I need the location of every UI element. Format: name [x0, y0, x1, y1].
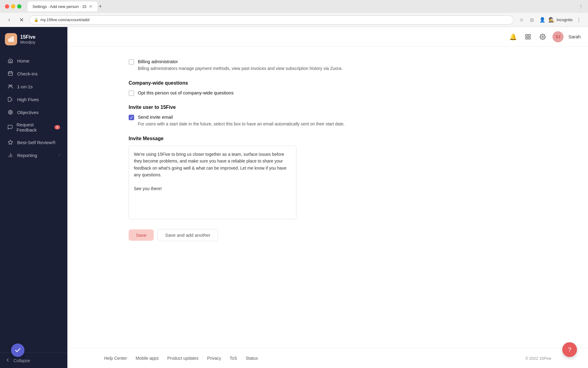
- sidebar-item-checkins[interactable]: Check-ins: [2, 67, 65, 80]
- footer-tos[interactable]: ToS: [230, 356, 237, 361]
- collapse-label: Collapse: [13, 358, 30, 363]
- objectives-icon: [7, 109, 13, 115]
- save-and-add-another-button[interactable]: Save and add another: [157, 229, 218, 241]
- sidebar-item-highfives[interactable]: High Fives: [2, 93, 65, 105]
- footer-status[interactable]: Status: [246, 356, 258, 361]
- title-bar: Settings · Add new person · 15 ✕ + ⋮: [0, 0, 588, 13]
- invite-message-section: Invite Message We're using 15Five to bri…: [129, 136, 551, 220]
- send-invite-row: ✓ Send invite email For users with a sta…: [129, 114, 551, 127]
- opt-out-label: Opt this person out of company-wide ques…: [138, 90, 234, 95]
- incognito-button[interactable]: 🕵 Incognito: [548, 17, 573, 23]
- billing-admin-desc: Billing administrators manage payment me…: [138, 65, 342, 72]
- user-initials: SJ: [556, 34, 560, 39]
- user-name: Sarah: [568, 34, 581, 39]
- svg-rect-3: [8, 72, 13, 75]
- active-tab[interactable]: Settings · Add new person · 15 ✕: [28, 2, 97, 11]
- traffic-lights: [5, 4, 21, 9]
- sidebar-item-bestself-label: Best-Self Review®: [17, 140, 55, 145]
- billing-checkbox-row: Billing administrator Billing administra…: [129, 59, 551, 72]
- svg-marker-12: [8, 140, 13, 144]
- back-button[interactable]: ‹: [5, 16, 13, 24]
- invite-message-title: Invite Message: [129, 136, 551, 141]
- company-questions-title: Company-wide questions: [129, 80, 551, 86]
- invite-section: Invite user to 15Five ✓ Send invite emai…: [129, 105, 551, 127]
- page-footer: Help Center Mobile apps Product updates …: [67, 348, 588, 368]
- incognito-icon: 🕵: [548, 17, 555, 23]
- nav-actions: ☆ ⊡ 👤 🕵 Incognito ⋮: [517, 16, 583, 24]
- footer-product-updates[interactable]: Product updates: [167, 356, 198, 361]
- reporting-icon: [7, 152, 13, 158]
- svg-point-20: [542, 36, 543, 37]
- sidebar-item-reporting[interactable]: Reporting ›: [2, 149, 65, 161]
- sidebar-item-1on1s-label: 1-on-1s: [17, 84, 33, 89]
- profile-icon[interactable]: 👤: [538, 16, 547, 24]
- settings-gear-icon[interactable]: [538, 32, 548, 42]
- collapse-icon: [5, 357, 10, 364]
- footer-privacy[interactable]: Privacy: [207, 356, 221, 361]
- sidebar-logo: 15Five Moodjoy: [0, 27, 67, 52]
- footer-links: Help Center Mobile apps Product updates …: [104, 356, 258, 361]
- footer-copyright: © 2022 15Five: [525, 356, 551, 361]
- send-invite-checkbox[interactable]: ✓: [129, 115, 134, 120]
- checkins-icon: [7, 71, 13, 77]
- bookmark-star-icon[interactable]: ☆: [517, 16, 526, 24]
- tab-close-icon[interactable]: ✕: [89, 4, 92, 9]
- 1on1s-icon: [7, 83, 13, 90]
- user-avatar[interactable]: SJ: [552, 31, 564, 42]
- sidebar-item-checkins-label: Check-ins: [17, 71, 38, 76]
- sidebar-item-bestself[interactable]: Best-Self Review®: [2, 136, 65, 148]
- svg-rect-19: [529, 37, 530, 39]
- send-invite-content: Send invite email For users with a start…: [138, 114, 345, 127]
- more-options-icon[interactable]: ⋮: [575, 16, 583, 24]
- send-invite-label: Send invite email: [138, 114, 345, 120]
- feedback-icon: [7, 124, 13, 130]
- window-menu-icon[interactable]: ⋮: [579, 4, 583, 9]
- address-bar[interactable]: 🔒 my.15five.com/account/add/: [29, 15, 514, 25]
- sidebar-item-home[interactable]: Home: [2, 55, 65, 67]
- sidebar-navigation: Home Check-ins 1-on-1s Hig: [0, 52, 67, 353]
- app-sub: Moodjoy: [20, 40, 36, 44]
- invite-message-textarea[interactable]: We're using 15Five to bring us closer to…: [129, 146, 296, 219]
- app-name: 15Five: [20, 34, 36, 40]
- minimize-button[interactable]: [11, 4, 15, 9]
- grid-icon[interactable]: [523, 32, 533, 42]
- app-container: 15Five Moodjoy Home Check-ins: [0, 27, 588, 368]
- sidebar-item-objectives[interactable]: Objectives: [2, 106, 65, 118]
- sidebar-item-objectives-label: Objectives: [17, 110, 39, 115]
- lock-icon: 🔒: [34, 18, 39, 22]
- svg-rect-17: [529, 34, 530, 36]
- svg-point-7: [9, 85, 10, 86]
- svg-rect-16: [526, 34, 527, 36]
- maximize-button[interactable]: [17, 4, 21, 9]
- svg-point-8: [11, 85, 12, 86]
- sidebar-item-requestfeedback[interactable]: Request Feedback 8: [2, 119, 65, 136]
- svg-rect-2: [12, 37, 13, 41]
- collapse-button[interactable]: Collapse: [0, 353, 67, 368]
- billing-admin-checkbox[interactable]: [129, 59, 134, 65]
- sidebar-item-1on1s[interactable]: 1-on-1s: [2, 80, 65, 93]
- footer-help-center[interactable]: Help Center: [104, 356, 127, 361]
- checklist-widget[interactable]: [11, 343, 24, 357]
- opt-out-checkbox[interactable]: [129, 90, 134, 96]
- reload-button[interactable]: ✕: [17, 16, 26, 24]
- send-invite-desc: For users with a start date in the futur…: [138, 121, 345, 127]
- footer-mobile-apps[interactable]: Mobile apps: [136, 356, 159, 361]
- reporting-chevron-icon: ›: [59, 153, 60, 157]
- notification-bell-icon[interactable]: 🔔: [508, 32, 518, 42]
- logo-text: 15Five Moodjoy: [20, 34, 36, 44]
- svg-rect-0: [9, 39, 10, 41]
- sidebar-item-highfives-label: High Fives: [17, 97, 39, 102]
- svg-rect-18: [526, 37, 527, 39]
- page-content: Billing administrator Billing administra…: [67, 47, 588, 348]
- action-buttons: Save Save and add another: [129, 229, 551, 241]
- sidebar-item-reporting-label: Reporting: [17, 153, 37, 158]
- save-button[interactable]: Save: [129, 229, 154, 241]
- support-button[interactable]: ?: [562, 342, 577, 357]
- new-tab-button[interactable]: +: [99, 3, 102, 10]
- svg-point-11: [10, 112, 11, 113]
- cast-icon[interactable]: ⊡: [528, 16, 536, 24]
- nav-bar: ‹ ✕ 🔒 my.15five.com/account/add/ ☆ ⊡ 👤 🕵…: [0, 13, 588, 27]
- close-button[interactable]: [5, 4, 9, 9]
- top-bar: 🔔 SJ Sarah: [67, 27, 588, 47]
- bestself-icon: [7, 139, 13, 145]
